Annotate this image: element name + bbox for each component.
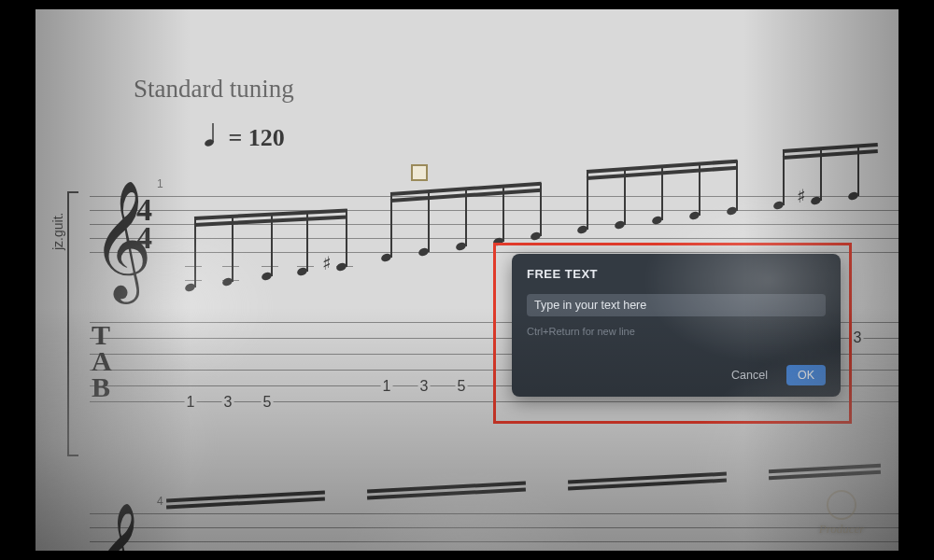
ok-button[interactable]: OK [786, 365, 826, 385]
fret-num[interactable]: 5 [262, 394, 274, 411]
tuning-label: Standard tuning [134, 75, 294, 104]
tab-b: B [92, 374, 110, 401]
dialog-hint: Ctrl+Return for new line [527, 326, 826, 337]
free-text-dialog: FREE TEXT Ctrl+Return for new line Cance… [512, 254, 841, 397]
notation-staff[interactable] [90, 513, 899, 551]
fret-num[interactable]: 1 [381, 378, 393, 395]
logo-text: Producer [819, 522, 865, 537]
quarter-note-icon [204, 121, 217, 154]
fret-num[interactable]: 3 [222, 394, 234, 411]
bar-number: 4 [157, 495, 163, 508]
track-label: jz.guit. [50, 213, 65, 250]
fret-num[interactable]: 5 [456, 378, 468, 395]
text-marker-icon[interactable] [411, 164, 428, 181]
time-sig-den: 4 [136, 225, 152, 252]
fret-num[interactable]: 3 [418, 378, 431, 395]
free-text-input[interactable] [527, 294, 826, 316]
brand-logo: Producer [800, 485, 884, 541]
cancel-button[interactable]: Cancel [720, 365, 779, 385]
tempo-marking: = 120 [204, 121, 285, 154]
bar-number: 1 [157, 177, 163, 190]
app-frame: Standard tuning = 120 jz.guit. 1 𝄞 4 4 [35, 9, 899, 551]
fret-num[interactable]: 3 [852, 329, 864, 346]
tempo-value: = 120 [229, 124, 285, 151]
dialog-title: FREE TEXT [527, 267, 826, 281]
system-bracket-icon [67, 191, 78, 456]
fret-num[interactable]: 1 [185, 394, 197, 411]
logo-icon [827, 490, 856, 520]
